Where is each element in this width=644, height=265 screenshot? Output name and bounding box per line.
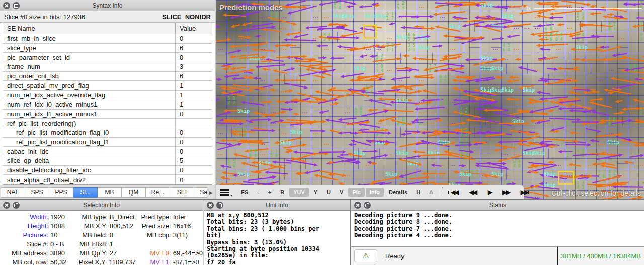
transport-button[interactable]: ▶ — [485, 188, 494, 197]
se-name-cell: slice_type — [3, 44, 175, 52]
syntax-element-table: SE Name Value first_mb_in_slice 0 slice_… — [3, 23, 212, 185]
tab-item[interactable]: NAL — [1, 187, 25, 198]
table-row[interactable]: pic_order_cnt_lsb 6 — [3, 72, 212, 81]
table-row[interactable]: num_ref_idx_l0_active_minus1 1 — [3, 100, 212, 110]
svg-text:0 4: 0 4 — [439, 75, 447, 79]
svg-text:...: ... — [345, 109, 350, 114]
selected-macroblock-highlight — [558, 171, 574, 185]
se-value-cell: 0 — [175, 175, 212, 184]
svg-text:6 0: 6 0 — [545, 27, 552, 31]
toolbar-button[interactable]: - — [253, 188, 263, 197]
table-row[interactable]: frame_num 3 — [3, 62, 212, 72]
field-label: Pictures: — [0, 231, 48, 239]
menu-icon[interactable] — [220, 188, 232, 196]
table-row[interactable]: num_ref_idx_l1_active_minus1 0 — [3, 110, 212, 119]
toolbar-button[interactable]: H — [412, 188, 424, 197]
table-row[interactable]: slice_qp_delta 5 — [3, 156, 212, 166]
toolbar-button[interactable]: U — [323, 188, 335, 197]
tab-item[interactable]: PPS — [49, 187, 73, 198]
svg-text:1 8: 1 8 — [640, 22, 644, 27]
slice-summary-bar: Slice #0 size in bits: 127936 SLICE_NONI… — [0, 11, 215, 23]
table-row[interactable]: ref_pic_list_modification_flag_l1 0 — [3, 138, 212, 147]
svg-text:Skip: Skip — [417, 45, 429, 50]
toolbar-button[interactable]: Y — [310, 188, 321, 197]
field-value: 16x16 — [171, 222, 191, 230]
toolbar-button[interactable]: Info — [366, 188, 384, 197]
svg-text:2 1: 2 1 — [408, 48, 415, 52]
table-row[interactable]: cabac_init_idc 0 — [3, 147, 212, 156]
toolbar-button[interactable]: Δ — [425, 188, 437, 197]
table-row[interactable]: disable_deblocking_filter_idc 0 — [3, 166, 212, 175]
field-label: Slice #: — [0, 240, 48, 248]
transport-button[interactable]: ▶▶ — [499, 188, 512, 197]
toolbar-button[interactable]: Pic — [348, 188, 365, 197]
transport-button[interactable]: ◀◀ — [466, 188, 479, 197]
svg-text:...: ... — [260, 14, 266, 19]
svg-text:5 0: 5 0 — [555, 33, 563, 37]
svg-text:...: ... — [450, 45, 456, 51]
se-value-cell: 0 — [175, 53, 212, 62]
svg-text:...: ... — [577, 130, 583, 135]
toolbar-button[interactable]: YUV — [289, 188, 309, 197]
toolbar-button[interactable]: FS — [237, 188, 252, 197]
svg-text:...: ... — [387, 66, 392, 72]
table-row[interactable]: slice_alpha_c0_offset_div2 0 — [3, 175, 212, 185]
table-row[interactable]: pic_parameter_set_id 0 — [3, 53, 212, 62]
transport-button[interactable]: ▶▶ — [518, 188, 531, 197]
svg-text:...: ... — [397, 77, 403, 82]
svg-text:Skip: Skip — [502, 87, 514, 93]
svg-text:...: ... — [281, 77, 287, 82]
toolbar-button[interactable]: + — [264, 188, 275, 197]
svg-text:Skip: Skip — [237, 108, 250, 114]
svg-text:1 7: 1 7 — [439, 96, 447, 101]
svg-text:...: ... — [450, 161, 456, 167]
warning-button[interactable]: ⚠ — [354, 249, 377, 262]
svg-text:...: ... — [281, 130, 287, 135]
toolbar-button[interactable]: R — [276, 188, 288, 197]
slice-type-badge: SLICE_NONIDR — [162, 13, 211, 21]
svg-text:...: ... — [598, 140, 604, 146]
table-row[interactable]: ref_pic_list_reordering() — [3, 119, 212, 128]
tab-item[interactable]: QM — [122, 187, 146, 198]
transport-button[interactable]: ◀◀ — [448, 188, 461, 197]
field-label: MB col, row: — [0, 258, 48, 265]
tab-item[interactable]: SEI — [170, 187, 194, 198]
tab-item[interactable]: SPS — [25, 187, 49, 198]
syntax-info-panel: Syntax Info Slice #0 size in bits: 12793… — [0, 0, 215, 199]
svg-text:...: ... — [355, 56, 361, 61]
table-row[interactable]: slice_type 6 — [3, 44, 212, 53]
svg-text:...: ... — [556, 45, 561, 51]
table-row[interactable]: ref_pic_list_modification_flag_l0 0 — [3, 128, 212, 138]
svg-text:0 4: 0 4 — [397, 122, 405, 126]
zoom-ruler: 1.3x — [521, 5, 642, 11]
table-row[interactable]: direct_spatial_mv_pred_flag 1 — [3, 81, 212, 91]
table-row[interactable]: first_mb_in_slice 0 — [3, 34, 212, 44]
svg-text:Skip: Skip — [396, 98, 408, 103]
field-row: Pictures: 10 — [0, 230, 71, 239]
field-label: MV L1: — [136, 258, 171, 265]
se-name-cell: ref_pic_list_modification_flag_l1 — [3, 138, 175, 146]
svg-text:...: ... — [545, 119, 551, 125]
unit-info-line: (0x285e) in file: — [207, 252, 347, 259]
toolbar-button[interactable]: Details — [385, 188, 411, 197]
svg-text:2 7: 2 7 — [598, 170, 605, 174]
toolbar-button[interactable]: V — [336, 188, 347, 197]
video-canvas[interactable]: ............0 45 41 25 3...Skip......2 8… — [216, 0, 644, 199]
tab-item[interactable]: Re... — [146, 187, 170, 198]
tab-item[interactable]: MB — [98, 187, 122, 198]
svg-text:6 4: 6 4 — [577, 33, 584, 37]
field-row: MB col, row: 50,32 — [0, 257, 71, 265]
svg-text:1 2: 1 2 — [397, 1, 405, 6]
toolbar-buttons: FS - + R YUV Y U V Pic Info — [237, 188, 437, 197]
svg-text:7 6: 7 6 — [545, 37, 552, 42]
table-row[interactable]: num_ref_idx_active_override_flag 1 — [3, 91, 212, 100]
svg-text:...: ... — [588, 161, 593, 167]
tab-item[interactable]: Sl... — [73, 187, 98, 198]
field-value: 10 — [48, 231, 57, 239]
svg-text:...: ... — [260, 77, 266, 82]
svg-text:6 4: 6 4 — [238, 58, 246, 63]
field-value: 3890 — [48, 249, 65, 257]
svg-text:4 2: 4 2 — [608, 170, 616, 174]
unit-info-panel: Unit Info MB at x,y 800,512Total bits: 2… — [204, 200, 351, 265]
tab-scroll-right-icon[interactable]: ▶ — [207, 187, 215, 198]
